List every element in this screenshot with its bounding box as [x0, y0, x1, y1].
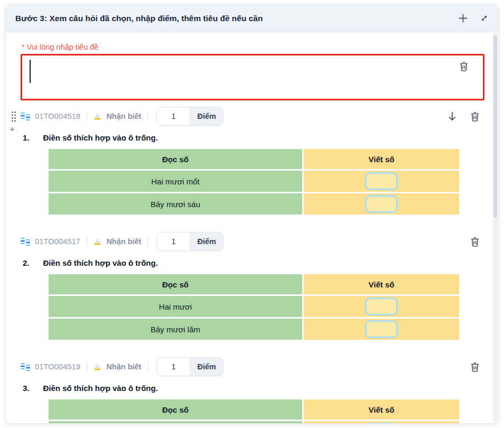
table-row: Hai mươi mốt	[49, 171, 459, 192]
table-row: Bảy mươi sáu	[49, 193, 459, 215]
step3-panel: Bước 3: Xem câu hỏi đã chọn, nhập điểm, …	[5, 4, 499, 424]
answer-input-box[interactable]	[365, 195, 398, 213]
question-level: Nhận biết	[106, 112, 141, 120]
read-number-cell: Hai mươi mốt	[49, 171, 302, 192]
read-number-cell: Hai mươi	[49, 296, 302, 317]
table-row: Bảy mươi lăm	[49, 319, 459, 340]
points-label: Điểm	[190, 107, 222, 125]
table-row	[49, 421, 459, 424]
level-pyramid-icon	[94, 238, 101, 245]
question-table: Đọc số Viết số Hai mươiBảy mươi lăm	[47, 273, 461, 341]
write-number-cell	[304, 319, 459, 340]
question-id-icon	[21, 362, 30, 371]
read-number-header: Đọc số	[49, 149, 302, 169]
title-error-label: * Vui lòng nhập tiêu đề	[22, 43, 484, 51]
question-list: + 01TO004518 Nhận biết Điểm	[21, 107, 484, 424]
question-block: + 01TO004517 Nhận biết Điểm	[21, 232, 484, 341]
question-table: Đọc số Viết số Hai mươi mốtBảy mươi sáu	[47, 147, 461, 216]
arrow-down-icon	[447, 111, 457, 122]
answer-input-box[interactable]	[365, 297, 398, 315]
trash-icon	[470, 236, 480, 247]
question-meta-row: 01TO004519 Nhận biết Điểm	[21, 357, 484, 376]
write-number-header: Viết số	[304, 274, 459, 294]
scrollbar-thumb[interactable]	[493, 35, 497, 218]
trash-icon	[459, 61, 469, 72]
question-text: Điền số thích hợp vào ô trống.	[43, 133, 158, 142]
title-input[interactable]	[22, 55, 483, 99]
divider	[147, 237, 148, 246]
panel-header: Bước 3: Xem câu hỏi đã chọn, nhập điểm, …	[6, 5, 498, 32]
question-id-icon	[21, 112, 30, 121]
question-id: 01TO004517	[35, 237, 80, 246]
panel-title: Bước 3: Xem câu hỏi đã chọn, nhập điểm, …	[15, 14, 263, 23]
question-id-icon	[21, 237, 30, 246]
question-level: Nhận biết	[106, 362, 141, 371]
write-number-cell	[304, 421, 459, 424]
read-number-cell	[49, 421, 302, 424]
write-number-header: Viết số	[304, 149, 459, 169]
question-id: 01TO004519	[35, 362, 80, 371]
move-down-button[interactable]	[447, 111, 457, 122]
expand-button[interactable]	[480, 14, 489, 23]
write-number-cell	[304, 296, 459, 317]
delete-question-button[interactable]	[470, 111, 480, 122]
write-number-cell	[304, 171, 459, 192]
read-number-header: Đọc số	[49, 274, 302, 294]
add-button[interactable]	[458, 13, 468, 23]
divider	[87, 362, 87, 371]
write-number-header: Viết số	[304, 399, 459, 420]
delete-question-button[interactable]	[470, 361, 480, 373]
question-prompt-row: 1. Điền số thích hợp vào ô trống.	[23, 133, 484, 142]
expand-icon	[480, 14, 489, 23]
points-input[interactable]	[157, 107, 190, 125]
read-number-header: Đọc số	[49, 399, 302, 420]
points-group: Điểm	[156, 107, 223, 126]
points-group: Điểm	[156, 357, 223, 376]
answer-input-box[interactable]	[365, 172, 398, 190]
answer-input-box[interactable]	[365, 423, 398, 424]
question-table: Đọc số Viết số	[47, 398, 461, 424]
level-pyramid-icon	[94, 113, 101, 120]
points-label: Điểm	[190, 358, 222, 376]
delete-title-button[interactable]	[459, 61, 469, 72]
question-block: + 01TO004518 Nhận biết Điểm	[21, 107, 484, 216]
title-input-box	[21, 54, 484, 100]
divider	[147, 362, 148, 371]
points-input[interactable]	[157, 358, 190, 376]
write-number-cell	[304, 193, 459, 215]
question-number: 1.	[23, 133, 30, 142]
question-number: 3.	[23, 384, 30, 393]
drag-handle-icon[interactable]	[11, 111, 16, 123]
trash-icon	[470, 361, 480, 373]
points-group: Điểm	[156, 232, 223, 251]
question-prompt-row: 2. Điền số thích hợp vào ô trống.	[23, 258, 484, 267]
question-prompt-row: 3. Điền số thích hợp vào ô trống.	[23, 384, 484, 393]
points-label: Điểm	[190, 232, 222, 250]
level-pyramid-icon	[94, 363, 101, 370]
divider	[147, 111, 148, 121]
read-number-cell: Bảy mươi sáu	[49, 193, 302, 215]
read-number-cell: Bảy mươi lăm	[49, 319, 302, 340]
question-text: Điền số thích hợp vào ô trống.	[43, 258, 158, 267]
divider	[87, 237, 87, 246]
question-meta-row: 01TO004518 Nhận biết Điểm	[21, 107, 484, 126]
panel-content: * Vui lòng nhập tiêu đề + 01TO004518	[6, 32, 498, 424]
question-block: + 01TO004519 Nhận biết Điểm	[21, 357, 484, 424]
divider	[87, 111, 87, 121]
text-cursor	[30, 60, 31, 83]
table-row: Hai mươi	[49, 296, 459, 317]
delete-question-button[interactable]	[470, 236, 480, 247]
scrollbar-track	[493, 33, 498, 422]
plus-icon	[458, 13, 468, 23]
trash-icon	[470, 111, 480, 122]
question-number: 2.	[23, 258, 30, 267]
question-level: Nhận biết	[106, 237, 141, 246]
question-meta-row: 01TO004517 Nhận biết Điểm	[21, 232, 484, 251]
points-input[interactable]	[157, 232, 190, 250]
add-question-button[interactable]: +	[10, 125, 15, 134]
question-id: 01TO004518	[35, 112, 80, 120]
question-text: Điền số thích hợp vào ô trống.	[43, 384, 158, 393]
answer-input-box[interactable]	[365, 320, 398, 338]
